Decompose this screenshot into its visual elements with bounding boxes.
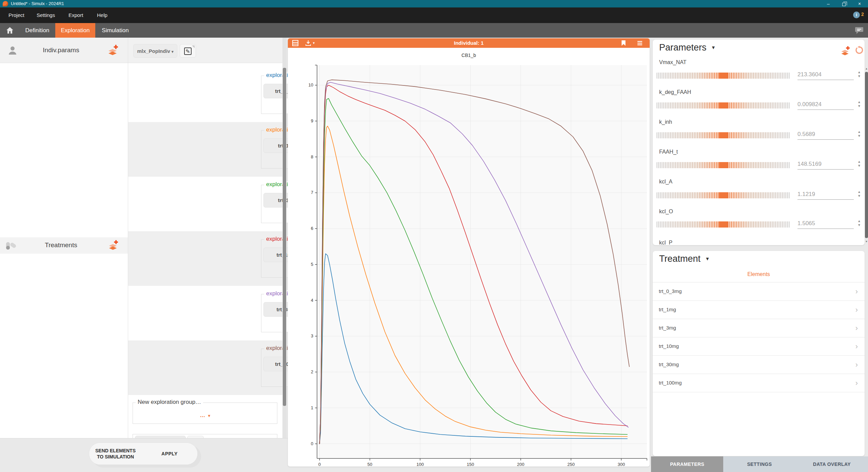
tab-settings[interactable]: SETTINGS bbox=[723, 456, 795, 472]
param-name: kcl_O bbox=[659, 209, 673, 215]
param-slider[interactable] bbox=[656, 221, 790, 228]
treatment-elements-list: trt_0_3mg › trt_1mg › trt_3mg › trt_10mg… bbox=[653, 282, 865, 392]
exploration-scrollbar-thumb[interactable] bbox=[283, 68, 286, 406]
bookmark-icon[interactable] bbox=[620, 40, 627, 46]
param-name: Vmax_NAT bbox=[659, 59, 687, 65]
window-title: Untitled* - Simulx - 2024R1 bbox=[11, 0, 64, 7]
chevron-down-icon: ▼ bbox=[711, 45, 716, 50]
group-row: explorationGroup1 ✎ trt_0_3mg ▾ ✎ … ▾ bbox=[128, 67, 282, 122]
menu-bar: Project Settings Export Help bbox=[0, 7, 868, 23]
right-panel-tabs: PARAMETERS SETTINGS DATA OVERLAY bbox=[651, 456, 868, 472]
treatment-element-row[interactable]: trt_100mg › bbox=[653, 374, 865, 392]
svg-text:9: 9 bbox=[311, 118, 313, 123]
spinner-arrows[interactable]: ▲▼ bbox=[856, 130, 862, 138]
model-edit-button[interactable]: ✎ bbox=[180, 44, 196, 58]
param-name: kcl_A bbox=[659, 179, 672, 185]
indiv-params-header: Indiv.params bbox=[0, 38, 128, 63]
treatment-title[interactable]: Treatment ▼ bbox=[659, 254, 710, 264]
svg-text:250: 250 bbox=[567, 462, 575, 467]
svg-text:5: 5 bbox=[311, 262, 313, 267]
svg-text:1: 1 bbox=[311, 405, 313, 410]
param-slider[interactable] bbox=[656, 192, 790, 198]
close-button[interactable]: × bbox=[852, 0, 867, 7]
group-row: explorationGroup3 ✎ trt_3mg ▾ ✎ … ▾ bbox=[128, 177, 282, 231]
edit-pencil-icon: ✎ bbox=[184, 47, 192, 55]
send-to-simulation-button[interactable]: SEND ELEMENTS TO SIMULATION bbox=[89, 443, 142, 465]
treatment-element-row[interactable]: trt_0_3mg › bbox=[653, 282, 865, 301]
tab-simulation[interactable]: Simulation bbox=[98, 23, 132, 38]
svg-text:50: 50 bbox=[368, 462, 372, 467]
chevron-down-icon: ▾ bbox=[208, 413, 210, 418]
param-value[interactable]: 0.009824 bbox=[797, 101, 854, 110]
spinner-arrows[interactable]: ▲▼ bbox=[856, 190, 862, 198]
home-icon[interactable] bbox=[6, 27, 14, 34]
main-tab-bar: Definition Exploration Simulation bbox=[0, 23, 868, 38]
param-name: k_inh bbox=[659, 119, 672, 125]
parameters-title[interactable]: Parameters ▼ bbox=[659, 42, 716, 53]
svg-text:100: 100 bbox=[416, 462, 424, 467]
spinner-arrows[interactable]: ▲▼ bbox=[856, 100, 862, 108]
add-layer-icon[interactable] bbox=[840, 46, 850, 57]
menu-export[interactable]: Export bbox=[68, 7, 83, 23]
chevron-right-icon: › bbox=[855, 342, 858, 351]
restore-button[interactable] bbox=[836, 0, 852, 7]
treatment-element-row[interactable]: trt_1mg › bbox=[653, 301, 865, 319]
reset-icon[interactable] bbox=[854, 46, 864, 55]
svg-text:8: 8 bbox=[311, 154, 313, 159]
scroll-up-icon[interactable]: ▲ bbox=[865, 67, 868, 70]
menu-settings[interactable]: Settings bbox=[37, 7, 55, 23]
elements-label: Elements bbox=[653, 271, 865, 277]
indiv-params-label: Indiv.params bbox=[0, 46, 122, 54]
svg-text:2: 2 bbox=[311, 369, 313, 374]
apply-button[interactable]: APPLY bbox=[142, 443, 197, 465]
svg-text:3: 3 bbox=[311, 333, 313, 338]
parameters-scrollbar-thumb[interactable] bbox=[865, 72, 868, 238]
spinner-arrows[interactable]: ▲▼ bbox=[856, 219, 862, 227]
add-layer-icon[interactable] bbox=[107, 240, 119, 251]
menu-icon[interactable] bbox=[636, 40, 643, 46]
svg-text:0: 0 bbox=[311, 441, 313, 446]
chevron-down-icon: ▼ bbox=[705, 256, 710, 261]
param-slider[interactable] bbox=[656, 162, 790, 168]
title-bar: Untitled* - Simulx - 2024R1 – × bbox=[0, 0, 868, 7]
param-name: k_deg_FAAH bbox=[659, 89, 691, 95]
param-slider[interactable] bbox=[656, 132, 790, 138]
spinner-arrows[interactable]: ▲▼ bbox=[856, 160, 862, 168]
menu-project[interactable]: Project bbox=[8, 7, 24, 23]
model-selector-dropdown[interactable]: mlx_PopIndiv ▾ bbox=[133, 44, 177, 58]
group-row: explorationGroup5 ✎ trt_30mg ▾ ✎ … ▾ bbox=[128, 286, 282, 340]
treatment-element-row[interactable]: trt_30mg › bbox=[653, 356, 865, 374]
new-group-box[interactable]: New exploration group… … ▾ bbox=[133, 402, 277, 424]
param-value[interactable]: 1.5065 bbox=[797, 220, 854, 229]
footer-actions: SEND ELEMENTS TO SIMULATION APPLY bbox=[89, 442, 198, 465]
add-layer-icon[interactable] bbox=[106, 44, 119, 57]
param-value[interactable]: 213.3604 bbox=[797, 71, 854, 80]
svg-text:200: 200 bbox=[517, 462, 525, 467]
scroll-down-icon[interactable]: ▼ bbox=[865, 240, 868, 243]
param-name: FAAH_t bbox=[659, 149, 678, 155]
tab-parameters[interactable]: PARAMETERS bbox=[651, 456, 723, 472]
group-row: explorationGroup6 ✎ trt_100mg ▾ ✎ … ▾ bbox=[128, 340, 282, 395]
treatment-element-row[interactable]: trt_10mg › bbox=[653, 337, 865, 356]
more-elements-button[interactable]: … ▾ bbox=[133, 412, 277, 418]
param-slider[interactable] bbox=[656, 102, 790, 109]
tab-definition[interactable]: Definition bbox=[20, 23, 54, 38]
treatment-element-row[interactable]: trt_3mg › bbox=[653, 319, 865, 337]
tab-data-overlay[interactable]: DATA OVERLAY bbox=[796, 456, 868, 472]
svg-text:10: 10 bbox=[309, 82, 313, 87]
spinner-arrows[interactable]: ▲▼ bbox=[856, 70, 862, 78]
param-value[interactable]: 0.5689 bbox=[797, 131, 854, 140]
menu-help[interactable]: Help bbox=[97, 7, 107, 23]
chevron-right-icon: › bbox=[855, 379, 858, 388]
param-slider[interactable] bbox=[656, 73, 790, 79]
group-row: explorationGroup2 ✎ trt_1mg ▾ ✎ … ▾ bbox=[128, 122, 282, 177]
param-value[interactable]: 148.5169 bbox=[797, 161, 854, 170]
svg-text:4: 4 bbox=[311, 298, 313, 303]
feedback-bubble-icon[interactable] bbox=[855, 26, 864, 35]
info-icon[interactable]: i bbox=[853, 12, 860, 18]
notification-count: 2 bbox=[861, 12, 864, 17]
minimize-button[interactable]: – bbox=[821, 0, 836, 7]
chart-header: ▼ Individual: 1 bbox=[288, 38, 650, 48]
param-value[interactable]: 1.1219 bbox=[797, 191, 854, 200]
tab-exploration[interactable]: Exploration bbox=[55, 23, 95, 38]
